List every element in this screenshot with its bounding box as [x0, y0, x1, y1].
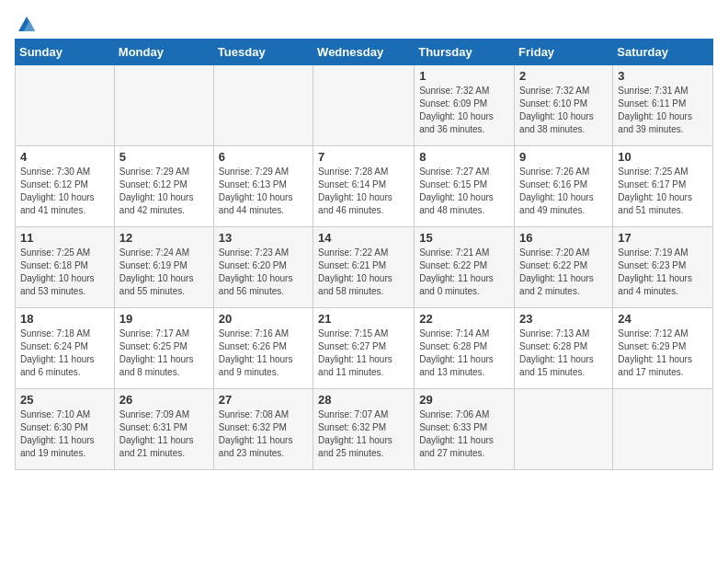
day-content: Sunrise: 7:27 AM Sunset: 6:15 PM Dayligh…: [419, 166, 509, 217]
day-number: 20: [219, 312, 308, 326]
day-cell: 18Sunrise: 7:18 AM Sunset: 6:24 PM Dayli…: [16, 308, 115, 389]
day-number: 28: [318, 393, 409, 407]
day-cell: 1Sunrise: 7:32 AM Sunset: 6:09 PM Daylig…: [415, 65, 515, 146]
day-number: 24: [618, 312, 708, 326]
day-number: 17: [618, 231, 708, 245]
week-row-1: 1Sunrise: 7:32 AM Sunset: 6:09 PM Daylig…: [16, 65, 713, 146]
day-content: Sunrise: 7:20 AM Sunset: 6:22 PM Dayligh…: [519, 247, 608, 298]
day-number: 4: [20, 150, 109, 164]
day-number: 11: [20, 231, 109, 245]
day-number: 27: [219, 393, 308, 407]
day-cell: [213, 65, 313, 146]
day-number: 2: [519, 69, 608, 83]
day-content: Sunrise: 7:29 AM Sunset: 6:12 PM Dayligh…: [119, 166, 209, 217]
day-content: Sunrise: 7:13 AM Sunset: 6:28 PM Dayligh…: [519, 327, 608, 379]
header-cell-saturday: Saturday: [613, 40, 713, 65]
day-number: 21: [318, 312, 409, 326]
day-cell: 19Sunrise: 7:17 AM Sunset: 6:25 PM Dayli…: [114, 308, 213, 389]
day-number: 14: [318, 231, 409, 245]
week-row-5: 25Sunrise: 7:10 AM Sunset: 6:30 PM Dayli…: [16, 389, 713, 470]
week-row-2: 4Sunrise: 7:30 AM Sunset: 6:12 PM Daylig…: [16, 146, 713, 227]
day-number: 12: [119, 231, 209, 245]
day-content: Sunrise: 7:19 AM Sunset: 6:23 PM Dayligh…: [618, 247, 708, 298]
header-cell-thursday: Thursday: [415, 40, 515, 65]
day-content: Sunrise: 7:16 AM Sunset: 6:26 PM Dayligh…: [219, 327, 308, 379]
day-number: 5: [119, 150, 209, 164]
day-cell: [515, 389, 613, 470]
day-cell: 10Sunrise: 7:25 AM Sunset: 6:17 PM Dayli…: [613, 146, 713, 227]
day-cell: [16, 65, 115, 146]
header-cell-wednesday: Wednesday: [313, 40, 415, 65]
day-content: Sunrise: 7:28 AM Sunset: 6:14 PM Dayligh…: [318, 166, 409, 217]
day-cell: 25Sunrise: 7:10 AM Sunset: 6:30 PM Dayli…: [16, 389, 115, 470]
day-number: 3: [618, 69, 708, 83]
day-content: Sunrise: 7:26 AM Sunset: 6:16 PM Dayligh…: [519, 166, 608, 217]
day-number: 10: [618, 150, 708, 164]
day-content: Sunrise: 7:06 AM Sunset: 6:33 PM Dayligh…: [419, 408, 509, 460]
day-content: Sunrise: 7:31 AM Sunset: 6:11 PM Dayligh…: [618, 85, 708, 136]
day-content: Sunrise: 7:24 AM Sunset: 6:19 PM Dayligh…: [119, 247, 209, 298]
day-cell: 16Sunrise: 7:20 AM Sunset: 6:22 PM Dayli…: [515, 227, 613, 308]
day-content: Sunrise: 7:30 AM Sunset: 6:12 PM Dayligh…: [20, 166, 109, 217]
day-content: Sunrise: 7:10 AM Sunset: 6:30 PM Dayligh…: [20, 408, 109, 460]
header: [15, 15, 713, 31]
day-cell: 22Sunrise: 7:14 AM Sunset: 6:28 PM Dayli…: [415, 308, 515, 389]
day-content: Sunrise: 7:07 AM Sunset: 6:32 PM Dayligh…: [318, 408, 409, 460]
day-number: 26: [119, 393, 209, 407]
header-cell-friday: Friday: [515, 40, 613, 65]
day-content: Sunrise: 7:18 AM Sunset: 6:24 PM Dayligh…: [20, 327, 109, 379]
day-cell: 2Sunrise: 7:32 AM Sunset: 6:10 PM Daylig…: [515, 65, 613, 146]
week-row-4: 18Sunrise: 7:18 AM Sunset: 6:24 PM Dayli…: [16, 308, 713, 389]
day-number: 6: [219, 150, 308, 164]
day-content: Sunrise: 7:25 AM Sunset: 6:17 PM Dayligh…: [618, 166, 708, 217]
day-content: Sunrise: 7:23 AM Sunset: 6:20 PM Dayligh…: [219, 247, 308, 298]
logo: [15, 15, 37, 31]
day-cell: 20Sunrise: 7:16 AM Sunset: 6:26 PM Dayli…: [213, 308, 313, 389]
day-number: 1: [419, 69, 509, 83]
day-cell: 9Sunrise: 7:26 AM Sunset: 6:16 PM Daylig…: [515, 146, 613, 227]
day-cell: 21Sunrise: 7:15 AM Sunset: 6:27 PM Dayli…: [313, 308, 415, 389]
logo-icon: [17, 15, 37, 35]
header-cell-tuesday: Tuesday: [213, 40, 313, 65]
day-number: 9: [519, 150, 608, 164]
day-number: 23: [519, 312, 608, 326]
day-number: 18: [20, 312, 109, 326]
day-number: 22: [419, 312, 509, 326]
day-number: 19: [119, 312, 209, 326]
day-cell: 5Sunrise: 7:29 AM Sunset: 6:12 PM Daylig…: [114, 146, 213, 227]
day-content: Sunrise: 7:12 AM Sunset: 6:29 PM Dayligh…: [618, 327, 708, 379]
calendar-header: SundayMondayTuesdayWednesdayThursdayFrid…: [16, 40, 713, 65]
day-content: Sunrise: 7:08 AM Sunset: 6:32 PM Dayligh…: [219, 408, 308, 460]
day-cell: 14Sunrise: 7:22 AM Sunset: 6:21 PM Dayli…: [313, 227, 415, 308]
day-number: 29: [419, 393, 509, 407]
header-row: SundayMondayTuesdayWednesdayThursdayFrid…: [16, 40, 713, 65]
day-content: Sunrise: 7:29 AM Sunset: 6:13 PM Dayligh…: [219, 166, 308, 217]
day-content: Sunrise: 7:25 AM Sunset: 6:18 PM Dayligh…: [20, 247, 109, 298]
calendar-table: SundayMondayTuesdayWednesdayThursdayFrid…: [15, 39, 713, 470]
day-cell: 26Sunrise: 7:09 AM Sunset: 6:31 PM Dayli…: [114, 389, 213, 470]
day-cell: 28Sunrise: 7:07 AM Sunset: 6:32 PM Dayli…: [313, 389, 415, 470]
day-cell: 23Sunrise: 7:13 AM Sunset: 6:28 PM Dayli…: [515, 308, 613, 389]
calendar-body: 1Sunrise: 7:32 AM Sunset: 6:09 PM Daylig…: [16, 65, 713, 470]
day-content: Sunrise: 7:09 AM Sunset: 6:31 PM Dayligh…: [119, 408, 209, 460]
day-cell: [313, 65, 415, 146]
day-cell: 8Sunrise: 7:27 AM Sunset: 6:15 PM Daylig…: [415, 146, 515, 227]
day-content: Sunrise: 7:21 AM Sunset: 6:22 PM Dayligh…: [419, 247, 509, 298]
header-cell-monday: Monday: [114, 40, 213, 65]
day-content: Sunrise: 7:22 AM Sunset: 6:21 PM Dayligh…: [318, 247, 409, 298]
day-content: Sunrise: 7:32 AM Sunset: 6:10 PM Dayligh…: [519, 85, 608, 136]
day-number: 13: [219, 231, 308, 245]
day-content: Sunrise: 7:32 AM Sunset: 6:09 PM Dayligh…: [419, 85, 509, 136]
day-number: 16: [519, 231, 608, 245]
day-number: 25: [20, 393, 109, 407]
day-cell: 27Sunrise: 7:08 AM Sunset: 6:32 PM Dayli…: [213, 389, 313, 470]
day-cell: 7Sunrise: 7:28 AM Sunset: 6:14 PM Daylig…: [313, 146, 415, 227]
day-cell: 13Sunrise: 7:23 AM Sunset: 6:20 PM Dayli…: [213, 227, 313, 308]
header-cell-sunday: Sunday: [16, 40, 115, 65]
day-cell: [613, 389, 713, 470]
day-content: Sunrise: 7:14 AM Sunset: 6:28 PM Dayligh…: [419, 327, 509, 379]
day-cell: 24Sunrise: 7:12 AM Sunset: 6:29 PM Dayli…: [613, 308, 713, 389]
day-number: 7: [318, 150, 409, 164]
week-row-3: 11Sunrise: 7:25 AM Sunset: 6:18 PM Dayli…: [16, 227, 713, 308]
day-cell: 17Sunrise: 7:19 AM Sunset: 6:23 PM Dayli…: [613, 227, 713, 308]
